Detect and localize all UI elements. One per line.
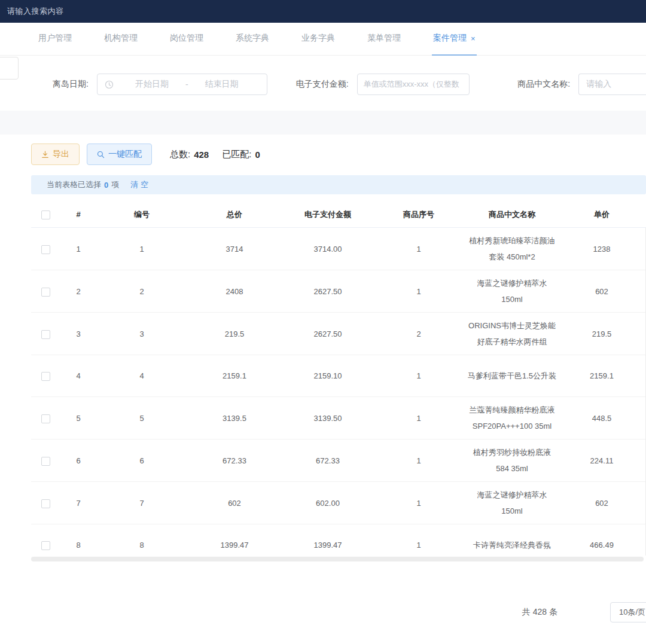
selection-count: 0: [104, 181, 108, 190]
cell-total-price: 3139.5: [187, 405, 282, 431]
cell-epay-amount: 672.33: [282, 448, 373, 474]
tab-label: 系统字典: [236, 33, 269, 44]
page-size-select[interactable]: 10条/页: [610, 602, 646, 622]
cell-total-price: 2408: [187, 279, 282, 304]
row-checkbox-cell: [31, 236, 60, 262]
row-checkbox-cell: [31, 363, 60, 389]
cell-total-price: 3714: [187, 236, 282, 262]
clear-selection-link[interactable]: 清空: [130, 179, 151, 190]
top-header-bar: 请输入搜索内容: [0, 0, 646, 23]
cell-total-price: 2159.1: [187, 363, 282, 389]
cell-unit-price: 224.11: [560, 448, 644, 474]
tab-label: 业务字典: [301, 33, 335, 44]
export-button[interactable]: 导出: [31, 144, 80, 165]
date-range-input[interactable]: 开始日期 - 结束日期: [97, 74, 267, 95]
count-summary: 总数: 428 已匹配: 0: [170, 149, 260, 160]
end-date-placeholder[interactable]: 结束日期: [205, 79, 239, 90]
product-name-placeholder: 请输入: [586, 79, 611, 90]
row-checkbox[interactable]: [41, 414, 50, 423]
cell-code: 8: [97, 532, 187, 556]
total-value: 428: [194, 149, 209, 160]
cell-total-price: 1399.47: [187, 532, 282, 556]
cell-index: 6: [60, 448, 97, 474]
table-row: 442159.12159.101马爹利蓝带干邑1.5公升装2159.1: [31, 355, 645, 397]
tab-item[interactable]: 案件管理×: [432, 23, 477, 56]
product-name-input[interactable]: 请输入: [578, 74, 646, 95]
page-size-value: 10条/页: [619, 607, 645, 618]
tab-item[interactable]: 机构管理: [103, 23, 139, 56]
row-checkbox[interactable]: [41, 245, 50, 254]
cell-unit-price: 448.5: [560, 405, 644, 431]
header-checkbox-cell: [31, 202, 60, 227]
cell-product-seq: 1: [373, 279, 464, 304]
tab-label: 菜单管理: [367, 33, 401, 44]
cell-product-seq: 1: [373, 405, 464, 431]
cell-index: 2: [60, 279, 97, 304]
selection-suffix: 项: [111, 179, 119, 190]
tab-item[interactable]: 系统字典: [234, 23, 270, 56]
payment-filter-label: 电子支付金额:: [296, 79, 349, 90]
column-header: 电子支付金额: [282, 202, 373, 227]
cell-epay-amount: 602.00: [282, 490, 373, 516]
tab-item[interactable]: 菜单管理: [366, 23, 402, 56]
cell-index: 7: [60, 490, 97, 516]
cell-code: 2: [97, 279, 187, 304]
table-body: 1137143714.001植村秀新琥珀臻萃洁颜油套装 450ml*212382…: [31, 228, 646, 556]
cell-product-seq: 2: [373, 321, 464, 347]
close-icon[interactable]: ×: [471, 35, 476, 42]
row-checkbox[interactable]: [41, 372, 50, 381]
row-checkbox-cell: [31, 279, 60, 304]
row-checkbox[interactable]: [41, 541, 50, 550]
horizontal-scrollbar[interactable]: [31, 557, 644, 561]
column-header: 编号: [97, 202, 187, 227]
cell-unit-price: 219.5: [560, 321, 644, 347]
cell-product-name: 卡诗菁纯亮泽经典香氛: [464, 532, 560, 556]
table-row: 553139.53139.501兰蔻菁纯臻颜精华粉底液SPF20PA+++100…: [31, 397, 645, 439]
cell-epay-amount: 2627.50: [282, 279, 373, 304]
row-checkbox-cell: [31, 532, 60, 556]
match-button-label: 一键匹配: [108, 149, 142, 160]
pagination-bar: 共 428 条 10条/页: [31, 601, 646, 625]
cell-product-seq: 1: [373, 363, 464, 389]
date-filter-label: 离岛日期:: [53, 79, 89, 90]
row-checkbox-cell: [31, 405, 60, 431]
payment-amount-input[interactable]: 单值或范围xxx-xxx（仅整数: [357, 74, 470, 95]
cell-epay-amount: 2627.50: [282, 321, 373, 347]
tab-item[interactable]: 岗位管理: [169, 23, 205, 56]
global-search-input[interactable]: 请输入搜索内容: [7, 6, 64, 17]
row-checkbox[interactable]: [41, 330, 50, 339]
cell-product-seq: 1: [373, 448, 464, 474]
cell-index: 4: [60, 363, 97, 389]
row-checkbox[interactable]: [41, 288, 50, 297]
cell-product-seq: 1: [373, 236, 464, 262]
pagination-total: 共 428 条: [522, 607, 557, 618]
column-header: 商品序号: [373, 202, 464, 227]
row-checkbox[interactable]: [41, 499, 50, 508]
cell-index: 8: [60, 532, 97, 556]
cell-index: 3: [60, 321, 97, 347]
clock-icon: [105, 80, 114, 89]
cell-epay-amount: 1399.47: [282, 532, 373, 556]
tab-item[interactable]: 用户管理: [37, 23, 73, 56]
section-divider: [0, 111, 646, 135]
matched-value: 0: [255, 149, 260, 160]
cell-product-seq: 1: [373, 532, 464, 556]
cell-product-name: 马爹利蓝带干邑1.5公升装: [464, 363, 560, 389]
table-row: 881399.471399.471卡诗菁纯亮泽经典香氛466.49: [31, 524, 645, 556]
cell-product-name: 兰蔻菁纯臻颜精华粉底液SPF20PA+++100 35ml: [464, 397, 560, 439]
start-date-placeholder[interactable]: 开始日期: [135, 79, 169, 90]
cell-index: 5: [60, 405, 97, 431]
tab-label: 用户管理: [38, 33, 72, 44]
tab-item[interactable]: 业务字典: [300, 23, 336, 56]
product-name-filter-label: 商品中文名称:: [517, 79, 570, 90]
select-all-checkbox[interactable]: [41, 210, 50, 219]
cell-epay-amount: 2159.10: [282, 363, 373, 389]
table-row: 2224082627.501海蓝之谜修护精萃水 150ml602: [31, 270, 645, 313]
cell-unit-price: 602: [560, 279, 644, 304]
cell-product-name: 植村秀羽纱持妆粉底液 584 35ml: [464, 439, 560, 481]
table-row: 66672.33672.331植村秀羽纱持妆粉底液 584 35ml224.11: [31, 439, 645, 482]
one-key-match-button[interactable]: 一键匹配: [87, 144, 152, 165]
tab-bar: 用户管理机构管理岗位管理系统字典业务字典菜单管理案件管理×: [0, 23, 646, 56]
row-checkbox[interactable]: [41, 457, 50, 466]
table-row: 77602602.001海蓝之谜修护精萃水 150ml602: [31, 482, 645, 524]
